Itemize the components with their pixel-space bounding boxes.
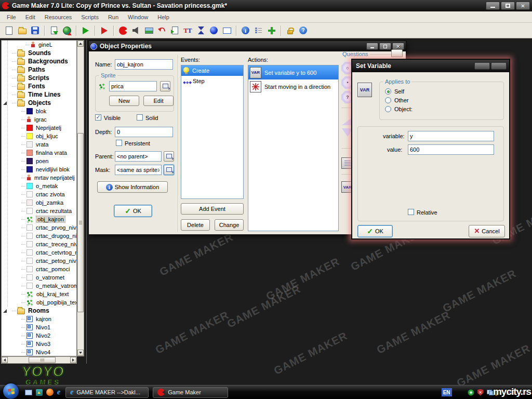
scroll-left-button[interactable]	[2, 357, 8, 363]
tree-item-ginel[interactable]: gineL	[2, 41, 76, 49]
taskbar-task-1[interactable]: Game Maker	[153, 387, 228, 398]
create-sound-icon[interactable]	[130, 24, 142, 36]
tree-item-crtac-zivota[interactable]: crtac zivota	[2, 190, 76, 198]
persistent-checkbox[interactable]	[116, 140, 122, 146]
event-create[interactable]: Create	[181, 65, 243, 76]
menu-help[interactable]: Help	[153, 12, 174, 22]
menu-window[interactable]: Window	[123, 12, 153, 22]
extension-packages-icon[interactable]	[265, 24, 277, 36]
tree-item-finalna-vrata[interactable]: finalna vrata	[2, 149, 76, 157]
tree-item-fonts[interactable]: Fonts	[2, 82, 76, 90]
tree-item-crtac-treceg-niv[interactable]: crtac_treceg_niv	[2, 240, 76, 248]
create-background-icon[interactable]	[143, 24, 155, 36]
tree-item-blok[interactable]: blok	[2, 107, 76, 115]
action-row[interactable]: Start moving in a direction	[248, 79, 338, 94]
sprite-menu-button[interactable]	[160, 81, 170, 91]
edit-sprite-button[interactable]: Edit	[143, 96, 174, 106]
upgrade-icon[interactable]	[284, 24, 296, 36]
value-input[interactable]	[408, 144, 494, 155]
menu-resources[interactable]: Resources	[40, 12, 77, 22]
tree-item-nivo1[interactable]: Nivo1	[2, 323, 76, 331]
radio-button[interactable]	[385, 106, 391, 112]
applies-option-self[interactable]: Self	[385, 88, 404, 95]
tree-item-nivo4[interactable]: Nivo4	[2, 348, 76, 356]
tree-vertical-scrollbar[interactable]	[77, 40, 84, 356]
tree-item-kajron[interactable]: kajron	[2, 315, 76, 323]
tree-horizontal-scrollbar[interactable]	[1, 356, 77, 364]
tree-item-rooms[interactable]: Rooms	[2, 307, 76, 315]
action-row[interactable]: VARSet variable y to 600	[248, 65, 338, 79]
cancel-button[interactable]: ✕ Cancel	[469, 225, 505, 237]
run-game-icon[interactable]	[79, 24, 91, 36]
minimize-button[interactable]	[486, 2, 500, 10]
actions-list[interactable]: VARSet variable y to 600Start moving in …	[248, 65, 339, 231]
tree-item-nivo3[interactable]: Nivo3	[2, 340, 76, 348]
security-alert-icon[interactable]: ✕	[477, 389, 484, 396]
language-indicator[interactable]: EN	[442, 388, 452, 396]
tree-item-crtac-petog-niv[interactable]: crtac_petog_niv	[2, 257, 76, 265]
object-properties-titlebar[interactable]: Object Properties	[89, 41, 406, 51]
applies-option-other[interactable]: Other	[385, 97, 409, 103]
create-path-icon[interactable]	[156, 24, 168, 36]
variable-input[interactable]	[408, 131, 494, 141]
tree-item-objects[interactable]: Objects	[2, 99, 76, 107]
depth-input[interactable]	[115, 127, 173, 137]
name-input[interactable]	[115, 59, 173, 70]
launcher-icon[interactable]	[36, 389, 43, 396]
taskbar-task-0[interactable]: eGAME MAKER -->Dakl...	[65, 387, 149, 398]
create-sprite-icon[interactable]	[117, 24, 129, 36]
tree-item-crtac-cetvrtog-r[interactable]: crtac_cetvrtog_r	[2, 248, 76, 257]
create-font-icon[interactable]	[182, 24, 194, 36]
tree-item-nevidljivi-blok[interactable]: nevidljivi blok	[2, 165, 76, 174]
save-icon[interactable]	[29, 24, 41, 36]
tree-item-crtac-prvog-niv[interactable]: crtac_prvog_niv	[2, 223, 76, 232]
tree-item-obj-kljuc[interactable]: obj_kljuc	[2, 132, 76, 140]
tree-item-o-metak-vatrom[interactable]: o_metak_vatrom	[2, 282, 76, 290]
tree-item-paths[interactable]: Paths	[2, 65, 76, 74]
event-step[interactable]: Step	[181, 76, 243, 86]
delete-event-button[interactable]: Delete	[181, 219, 210, 231]
global-settings-icon[interactable]	[252, 24, 264, 36]
palette-tab-fragment[interactable]	[391, 49, 403, 57]
tree-item-sounds[interactable]: Sounds	[2, 49, 76, 57]
expanded-marker[interactable]	[3, 101, 7, 105]
create-timeline-icon[interactable]	[195, 24, 207, 36]
tree-item-obj-pogibija-text[interactable]: obj_pogibija_text	[2, 298, 76, 307]
menu-edit[interactable]: Edit	[21, 12, 40, 22]
tree-item-poen[interactable]: poen	[2, 157, 76, 165]
radio-button[interactable]	[385, 97, 391, 103]
start-button[interactable]	[3, 383, 19, 399]
expanded-marker[interactable]	[3, 309, 7, 313]
tree-item-o-vatromet[interactable]: o_vatromet	[2, 273, 76, 282]
create-script-icon[interactable]	[169, 24, 181, 36]
relative-checkbox[interactable]	[408, 209, 414, 215]
tree-item-time-lines[interactable]: Time Lines	[2, 90, 76, 99]
tree-item-scripts[interactable]: Scripts	[2, 74, 76, 82]
internet-explorer-icon[interactable]: e	[57, 389, 60, 396]
tree-item-backgrounds[interactable]: Backgrounds	[2, 57, 76, 65]
open-file-icon[interactable]	[16, 24, 28, 36]
create-object-icon[interactable]	[208, 24, 220, 36]
run-debug-icon[interactable]	[98, 24, 110, 36]
new-sprite-button[interactable]: New	[109, 96, 139, 106]
mask-input[interactable]	[115, 165, 162, 175]
ok-button[interactable]: ✓ OK	[114, 205, 152, 217]
menu-scripts[interactable]: Scripts	[76, 12, 103, 22]
help-icon[interactable]	[297, 24, 309, 36]
visible-checkbox[interactable]	[95, 114, 101, 121]
menu-run[interactable]: Run	[103, 12, 123, 22]
set-variable-titlebar[interactable]: Set Variable	[352, 60, 509, 72]
applies-option-object[interactable]: Object:	[385, 106, 413, 112]
show-information-button[interactable]: Show Information	[97, 181, 168, 193]
new-file-icon[interactable]	[3, 24, 15, 36]
change-event-button[interactable]: Change	[215, 219, 244, 231]
tree-item-vrata[interactable]: vrata	[2, 140, 76, 149]
maximize-button[interactable]	[501, 2, 515, 10]
maximize-button[interactable]	[379, 43, 391, 50]
solid-checkbox[interactable]	[137, 114, 143, 121]
scroll-up-button[interactable]	[77, 41, 84, 47]
mask-menu-button[interactable]	[164, 165, 174, 175]
show-desktop-icon[interactable]	[25, 390, 32, 395]
ok-button[interactable]: ✓ OK	[357, 225, 393, 237]
close-button[interactable]	[392, 43, 404, 50]
